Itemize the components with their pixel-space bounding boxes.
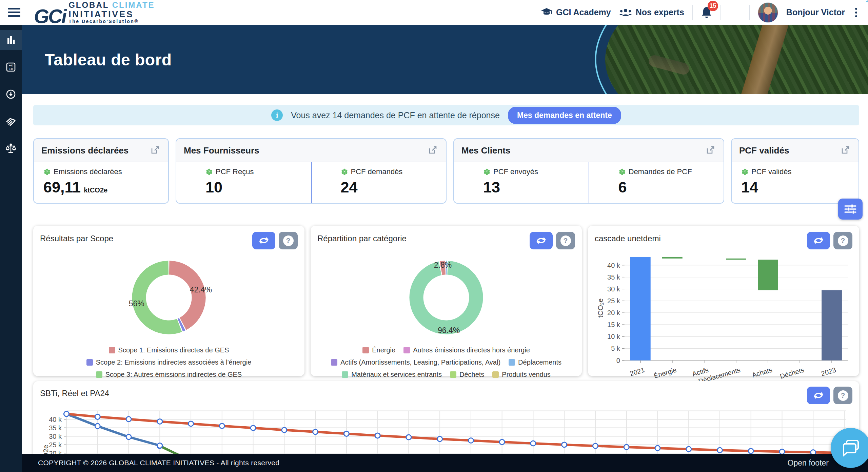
data-point-marker[interactable] [748,449,753,454]
more-menu-button[interactable] [853,6,859,19]
data-point-marker[interactable] [717,448,722,453]
data-point-marker[interactable] [189,421,194,426]
data-point-marker[interactable] [64,411,69,416]
legend-item[interactable]: Scope 2: Emissions indirectes associées … [86,358,252,366]
data-point-marker[interactable] [126,434,131,439]
data-point-marker[interactable] [95,414,100,419]
logo-tagline: The Decarbo'Solution® [68,19,155,24]
donut-slice[interactable] [180,324,182,325]
open-details-button[interactable] [149,144,161,157]
sidebar-item-bar-chart[interactable] [0,30,22,50]
gci-logo[interactable]: GCi GLOBAL CLIMATE INITIATIVES The Decar… [34,1,155,24]
open-details-button[interactable] [427,144,438,157]
data-point-marker[interactable] [95,424,100,429]
dark-mode-toggle[interactable] [729,6,741,19]
legend-item[interactable]: Matériaux et services entrants [342,371,442,378]
legend-swatch [86,359,93,366]
data-point-marker[interactable] [344,431,349,436]
refresh-icon [813,390,824,401]
stat-label: PCF envoyés [493,167,538,176]
waterfall-bar[interactable] [662,257,683,259]
sidebar-item-handshake[interactable] [0,111,22,131]
data-point-marker[interactable] [313,429,318,434]
donut-slice[interactable] [169,268,199,324]
pcf-alert-banner: i Vous avez 14 demandes de PCF en attent… [33,105,859,125]
hamburger-menu-icon[interactable] [8,8,20,17]
help-button[interactable]: ? [556,232,575,249]
open-details-button[interactable] [840,144,851,157]
stat-label: PCF Reçus [216,167,254,176]
waterfall-chart[interactable]: 05 k10 k15 k20 k25 k30 k35 k40 ktCO₂e202… [595,249,852,384]
nav-gci-academy[interactable]: GCI Academy [541,7,611,18]
data-point-marker[interactable] [251,426,256,431]
legend-item[interactable]: Actifs (Amortissements, Leasing, Partici… [331,358,500,366]
notifications-button[interactable]: 15 [701,6,712,19]
sidebar-item-download-circle[interactable] [0,84,22,104]
y-tick-label: 0 [616,357,620,364]
data-point-marker[interactable] [593,444,598,449]
waterfall-bar[interactable] [726,259,746,260]
copyright-text: COPYRIGHT © 2026 GLOBAL CLIMATE INITIATI… [38,459,279,467]
refresh-button[interactable] [252,232,275,249]
chart-settings-button[interactable] [838,199,863,220]
data-point-marker[interactable] [157,419,162,424]
flower-icon [43,168,51,176]
open-details-button[interactable] [705,144,716,157]
chart-title: SBTi, Réel et PA24 [40,387,109,398]
help-button[interactable]: ? [833,387,852,404]
chat-widget-button[interactable] [831,428,868,468]
data-point-marker[interactable] [406,435,411,440]
data-point-marker[interactable] [219,424,224,429]
refresh-button[interactable] [807,232,830,249]
stat-item: PCF Reçus10 [176,162,311,203]
data-point-marker[interactable] [437,436,442,442]
data-point-marker[interactable] [562,442,567,447]
legend-item[interactable]: Produits vendus [492,371,550,378]
nav-nos-experts[interactable]: Nos experts [619,7,684,17]
data-point-marker[interactable] [157,443,162,448]
legend-item[interactable]: Autres émissions directes hors énergie [403,346,530,354]
main-content: i Vous avez 14 demandes de PCF en attent… [22,94,868,472]
donut-slice[interactable] [139,268,179,327]
x-tick-label: Déchets [779,366,805,380]
waterfall-bar[interactable] [822,290,842,360]
legend-item[interactable]: Scope 1: Emissions directes de GES [109,346,229,354]
sidebar-item-scales[interactable] [0,139,22,158]
scope-donut-chart[interactable]: 42.4%56%Scope 1: Emissions directes de G… [40,249,298,378]
stat-value: 24 [341,179,443,196]
waterfall-bar[interactable] [758,260,778,290]
line-series-SBTi[interactable] [66,414,844,453]
tune-icon [844,203,857,215]
category-donut-chart[interactable]: 2.8%96.4%ÉnergieAutres émissions directe… [317,249,575,378]
legend-item[interactable]: Déplacements [509,358,561,366]
help-button[interactable]: ? [279,232,298,249]
legend-item[interactable]: Énergie [362,346,395,354]
info-icon: i [271,109,283,121]
refresh-button[interactable] [530,232,553,249]
data-point-marker[interactable] [531,441,536,446]
refresh-icon [258,235,270,246]
user-greeting[interactable]: Bonjour Victor [786,7,845,17]
refresh-button[interactable] [807,387,830,404]
help-button[interactable]: ? [833,232,852,249]
chat-icon [841,438,861,457]
data-point-marker[interactable] [282,428,287,433]
legend-item[interactable]: Scope 3: Autres émissions indirectes de … [96,371,242,378]
data-point-marker[interactable] [499,439,505,445]
sidebar-item-calculator[interactable]: −×+= [0,57,22,77]
data-point-marker[interactable] [126,417,131,422]
pending-requests-button[interactable]: Mes demandes en attente [508,107,621,124]
data-point-marker[interactable] [686,447,691,452]
open-footer-button[interactable]: Open footer [786,458,831,468]
data-point-marker[interactable] [624,445,629,450]
y-tick-label: 20 k [607,309,620,316]
data-point-marker[interactable] [655,446,660,451]
data-point-marker[interactable] [468,438,473,443]
data-point-marker[interactable] [375,433,380,438]
donut-slice[interactable] [416,268,476,327]
user-avatar[interactable] [758,2,778,23]
waterfall-bar[interactable] [630,257,651,361]
chart-title: cascade unetdemi [595,232,661,243]
legend-label: Autres émissions directes hors énergie [413,346,530,354]
legend-item[interactable]: Déchets [450,371,484,378]
